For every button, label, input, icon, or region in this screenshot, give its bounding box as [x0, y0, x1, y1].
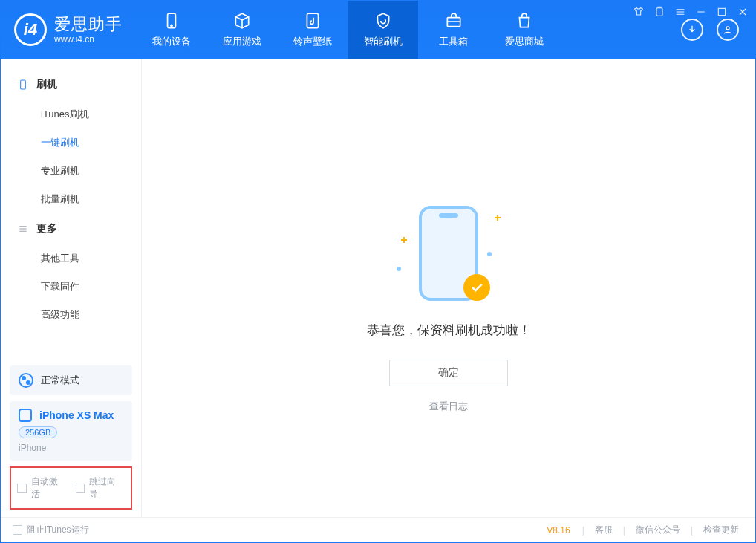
- tab-store[interactable]: 爱思商城: [489, 1, 559, 59]
- toolbox-icon: [444, 11, 463, 30]
- tab-label: 爱思商城: [505, 35, 544, 48]
- tab-my-device[interactable]: 我的设备: [136, 1, 206, 59]
- svg-point-6: [726, 27, 729, 30]
- body: 刷机 iTunes刷机 一键刷机 专业刷机 批量刷机 更多 其他工具 下载固件 …: [1, 59, 755, 517]
- ok-button[interactable]: 确定: [389, 360, 508, 386]
- music-note-icon: [303, 11, 322, 30]
- device-kind: iPhone: [19, 443, 123, 453]
- sidebar: 刷机 iTunes刷机 一键刷机 专业刷机 批量刷机 更多 其他工具 下载固件 …: [1, 59, 142, 517]
- sidebar-item-oneclick-flash[interactable]: 一键刷机: [1, 129, 141, 157]
- tab-label: 应用游戏: [223, 35, 261, 48]
- sidebar-item-batch-flash[interactable]: 批量刷机: [1, 185, 141, 213]
- separator: |: [691, 525, 693, 536]
- tab-label: 工具箱: [439, 35, 468, 48]
- checkbox-block-itunes[interactable]: 阻止iTunes运行: [13, 524, 89, 536]
- svg-rect-4: [307, 13, 318, 28]
- checkbox-icon: [76, 484, 85, 493]
- tshirt-icon[interactable]: [632, 5, 645, 19]
- phone-outline-icon: [17, 79, 29, 91]
- footer: 阻止iTunes运行 V8.16 | 客服 | 微信公众号 | 检查更新: [1, 517, 755, 542]
- close-button[interactable]: [736, 5, 749, 19]
- dot-icon: [397, 267, 401, 271]
- window-controls: [632, 5, 749, 19]
- device-capacity-badge: 256GB: [19, 426, 57, 438]
- mode-card[interactable]: 正常模式: [10, 365, 132, 395]
- footer-link-support[interactable]: 客服: [590, 524, 617, 536]
- device-card[interactable]: iPhone XS Max 256GB iPhone: [10, 401, 132, 461]
- tab-apps-games[interactable]: 应用游戏: [206, 1, 277, 59]
- list-icon: [17, 223, 29, 235]
- sidebar-group-flash: 刷机: [1, 69, 141, 100]
- sidebar-item-other-tools[interactable]: 其他工具: [1, 244, 141, 273]
- tab-label: 我的设备: [152, 35, 191, 48]
- sidebar-item-itunes-flash[interactable]: iTunes刷机: [1, 100, 141, 129]
- sidebar-item-pro-flash[interactable]: 专业刷机: [1, 157, 141, 185]
- main-tabs: 我的设备 应用游戏 铃声壁纸 智能刷机 工具箱 爱思商城: [136, 1, 665, 59]
- options-highlight-box: 自动激活 跳过向导: [10, 466, 132, 510]
- checkbox-icon: [13, 525, 22, 535]
- checkbox-label: 跳过向导: [89, 475, 125, 501]
- phone-icon: [162, 11, 181, 30]
- dot-icon: [487, 252, 492, 256]
- checkbox-label: 阻止iTunes运行: [27, 524, 89, 536]
- menu-icon[interactable]: [674, 5, 687, 19]
- brand: i4 爱思助手 www.i4.cn: [1, 1, 136, 59]
- brand-name: 爱思助手: [54, 15, 123, 34]
- checkbox-auto-activate[interactable]: 自动激活: [17, 475, 67, 501]
- app-window: i4 爱思助手 www.i4.cn 我的设备 应用游戏 铃声壁纸 智能刷机: [0, 0, 756, 543]
- download-button[interactable]: [681, 19, 703, 41]
- mode-label: 正常模式: [41, 374, 79, 387]
- version-label: V8.16: [547, 525, 570, 536]
- view-log-link[interactable]: 查看日志: [429, 400, 468, 413]
- sparkle-icon: [495, 215, 501, 221]
- bag-icon: [515, 11, 534, 30]
- maximize-button[interactable]: [715, 5, 729, 19]
- clipboard-icon[interactable]: [653, 5, 666, 19]
- mode-icon: [19, 373, 33, 388]
- separator: |: [623, 525, 625, 536]
- tab-smart-flash[interactable]: 智能刷机: [348, 1, 418, 59]
- svg-rect-0: [656, 8, 662, 16]
- main-panel: 恭喜您，保资料刷机成功啦！ 确定 查看日志: [142, 59, 755, 517]
- footer-link-check-update[interactable]: 检查更新: [699, 524, 743, 536]
- success-message: 恭喜您，保资料刷机成功啦！: [367, 322, 531, 339]
- checkbox-skip-guide[interactable]: 跳过向导: [76, 475, 126, 501]
- svg-point-3: [170, 25, 172, 26]
- device-name: iPhone XS Max: [39, 409, 114, 421]
- tab-label: 铃声壁纸: [293, 35, 332, 48]
- sidebar-item-download-firmware[interactable]: 下载固件: [1, 273, 141, 301]
- tab-ring-wallpaper[interactable]: 铃声壁纸: [277, 1, 348, 59]
- checkbox-icon: [17, 484, 27, 493]
- device-icon: [19, 409, 32, 422]
- brand-logo-icon: i4: [14, 13, 47, 46]
- sidebar-item-advanced[interactable]: 高级功能: [1, 301, 141, 329]
- brand-url: www.i4.cn: [54, 34, 123, 45]
- svg-rect-7: [21, 80, 26, 89]
- success-illustration: [397, 200, 501, 304]
- user-button[interactable]: [717, 19, 739, 41]
- sparkle-icon: [401, 237, 407, 243]
- minimize-button[interactable]: [694, 5, 708, 19]
- svg-rect-1: [718, 8, 725, 15]
- checkmark-badge-icon: [463, 274, 490, 301]
- sidebar-group-label: 刷机: [36, 78, 57, 91]
- sidebar-group-more: 更多: [1, 213, 141, 244]
- footer-link-wechat[interactable]: 微信公众号: [631, 524, 685, 536]
- checkbox-label: 自动激活: [31, 475, 67, 501]
- tab-toolbox[interactable]: 工具箱: [418, 1, 489, 59]
- cube-icon: [232, 11, 252, 30]
- sidebar-group-label: 更多: [36, 222, 57, 235]
- separator: |: [582, 525, 584, 536]
- tab-label: 智能刷机: [364, 35, 403, 48]
- shield-refresh-icon: [374, 11, 393, 30]
